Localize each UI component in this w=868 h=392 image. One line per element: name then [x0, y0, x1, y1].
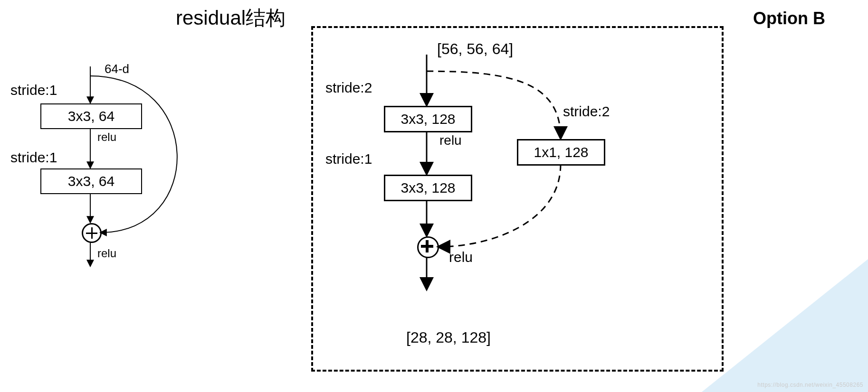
right-stride2-a: stride:2 — [325, 80, 372, 96]
right-relu-mid: relu — [439, 133, 462, 148]
diagram-title: residual结构 — [176, 5, 286, 31]
left-conv1-box: 3x3, 64 — [40, 103, 142, 129]
right-conv2-box: 3x3, 128 — [384, 175, 472, 201]
right-relu-out: relu — [449, 249, 473, 265]
watermark-text: https://blog.csdn.net/weixin_45508265 — [757, 382, 863, 388]
right-output-shape: [28, 28, 128] — [406, 329, 491, 346]
option-b-label: Option B — [753, 9, 825, 28]
left-conv2-text: 3x3, 64 — [68, 173, 114, 189]
left-conv2-box: 3x3, 64 — [40, 168, 142, 194]
left-conv1-text: 3x3, 64 — [68, 108, 114, 124]
left-stride-1b: stride:1 — [10, 149, 57, 166]
right-stride2-c: stride:2 — [563, 103, 610, 120]
left-input-dim: 64-d — [105, 62, 129, 76]
left-add-node — [82, 223, 102, 243]
right-add-node — [417, 236, 439, 258]
right-shortcut-text: 1x1, 128 — [534, 144, 588, 160]
right-conv1-box: 3x3, 128 — [384, 106, 472, 132]
left-relu-out: relu — [97, 247, 116, 260]
option-b-box — [311, 26, 724, 372]
right-conv1-text: 3x3, 128 — [401, 111, 455, 127]
right-input-shape: [56, 56, 64] — [437, 40, 513, 58]
right-shortcut-box: 1x1, 128 — [517, 139, 605, 166]
left-stride-1a: stride:1 — [10, 82, 57, 98]
decorative-triangle — [702, 259, 868, 392]
right-conv2-text: 3x3, 128 — [401, 180, 455, 196]
left-relu-mid: relu — [97, 131, 116, 144]
right-stride1-b: stride:1 — [325, 151, 372, 167]
